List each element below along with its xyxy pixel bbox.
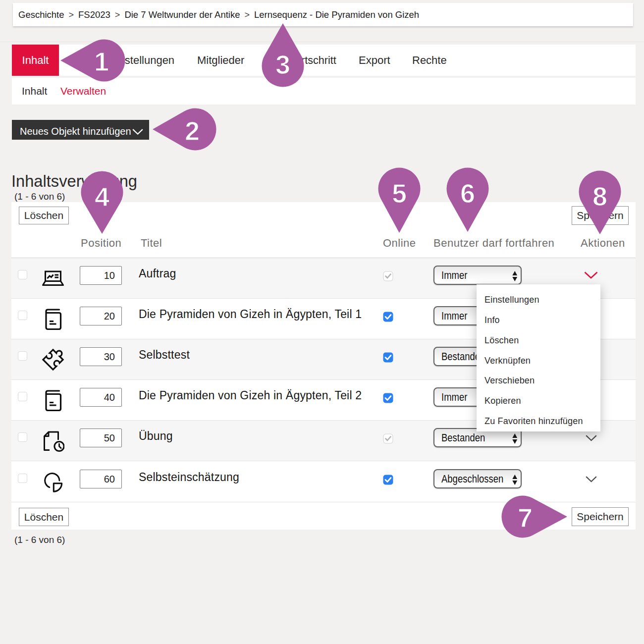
svg-text:7: 7 <box>518 503 533 533</box>
svg-text:8: 8 <box>592 181 607 211</box>
svg-text:2: 2 <box>185 116 200 146</box>
svg-text:4: 4 <box>94 182 109 212</box>
svg-text:3: 3 <box>275 50 290 79</box>
svg-text:6: 6 <box>460 178 475 208</box>
svg-text:1: 1 <box>94 47 109 76</box>
svg-text:5: 5 <box>392 178 407 208</box>
